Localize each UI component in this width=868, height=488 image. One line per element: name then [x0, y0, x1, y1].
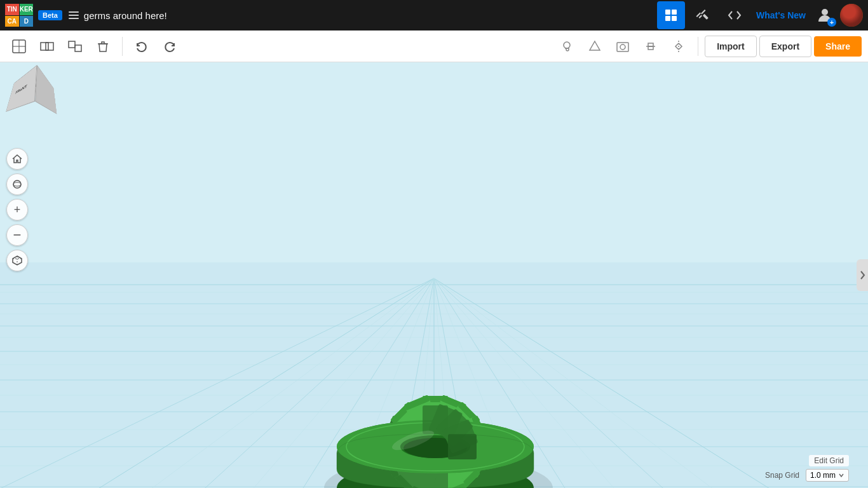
group-icon [40, 39, 54, 53]
fit-view-button[interactable] [6, 250, 28, 271]
svg-rect-104 [448, 434, 477, 459]
share-button[interactable]: Share [814, 36, 862, 57]
logo-ker: KER [20, 4, 34, 15]
viewport[interactable]: TOP FRoNT + [0, 62, 868, 488]
align-icon [644, 39, 658, 53]
main-area: TOP FRoNT + [0, 62, 868, 488]
svg-rect-12 [41, 43, 48, 50]
svg-rect-7 [703, 14, 709, 20]
right-panel-toggle[interactable] [857, 259, 868, 291]
group-button[interactable] [34, 34, 60, 59]
toolbar: Import Export Share [0, 30, 868, 62]
design-view-button[interactable] [657, 1, 685, 29]
cube-icon [11, 255, 23, 266]
svg-rect-1 [69, 15, 79, 16]
visibility-button[interactable] [554, 34, 580, 59]
logo-tin: TIN [5, 4, 19, 15]
redo-button[interactable] [157, 34, 182, 59]
add-plus-icon: + [827, 18, 836, 27]
toolbar-right-controls: Import Export Share [554, 34, 862, 59]
ungroup-icon [68, 39, 82, 53]
tinkercad-logo[interactable]: TIN KER CA D [5, 4, 33, 27]
plus-icon: + [14, 204, 21, 215]
beta-badge: Beta [38, 10, 62, 20]
undo-icon [135, 39, 149, 53]
logo-ca: CA [5, 16, 19, 27]
svg-rect-4 [672, 10, 677, 15]
orientation-cube[interactable]: TOP FRoNT [6, 69, 76, 142]
view-button[interactable] [610, 34, 635, 59]
user-avatar-button[interactable] [840, 4, 863, 27]
svg-rect-25 [0, 62, 868, 275]
svg-point-19 [620, 44, 625, 50]
mirror-icon [672, 39, 686, 53]
delete-button[interactable] [90, 34, 116, 59]
svg-rect-5 [665, 16, 670, 21]
toolbar-separator-1 [122, 37, 123, 56]
svg-rect-18 [617, 43, 628, 51]
svg-point-106 [13, 180, 21, 188]
edit-grid-button[interactable]: Edit Grid [809, 455, 849, 466]
toolbar-separator-2 [698, 37, 698, 56]
import-button[interactable]: Import [705, 36, 757, 57]
svg-point-17 [564, 42, 570, 48]
top-navigation: TIN KER CA D Beta germs around here! [0, 0, 868, 30]
mirror-button[interactable] [666, 34, 691, 59]
top-right-controls: What's New + [657, 1, 863, 29]
svg-point-107 [13, 182, 21, 186]
code-icon [727, 8, 742, 23]
home-icon [11, 153, 23, 165]
menu-icon [67, 9, 80, 22]
svg-rect-0 [69, 11, 79, 13]
shape-button[interactable] [582, 34, 607, 59]
avatar-image [840, 4, 863, 27]
build-view-button[interactable] [689, 1, 717, 29]
lightbulb-icon [560, 39, 574, 53]
home-view-button[interactable] [6, 148, 28, 170]
snap-grid-label: Snap Grid [760, 470, 802, 481]
trash-icon [96, 39, 110, 53]
project-name: germs around here! [84, 10, 167, 21]
svg-rect-13 [46, 43, 53, 50]
menu-icon-button[interactable] [67, 9, 80, 22]
svg-rect-3 [665, 10, 670, 15]
svg-rect-6 [672, 16, 677, 21]
svg-rect-14 [69, 41, 75, 48]
shape-icon [588, 39, 602, 53]
snap-grid-dropdown[interactable]: 1.0 mm [806, 469, 849, 482]
svg-rect-2 [69, 18, 79, 19]
orbit-view-button[interactable] [6, 173, 28, 195]
chevron-right-icon [859, 270, 865, 280]
cube-front-face: FRoNT [6, 65, 37, 112]
snap-value: 1.0 mm [810, 471, 836, 480]
svg-rect-22 [648, 46, 653, 50]
view-controls: + − [6, 148, 28, 271]
zoom-out-button[interactable]: − [6, 224, 28, 246]
orbit-icon [11, 179, 23, 190]
workplane-button[interactable] [6, 34, 32, 59]
chevron-down-icon [838, 472, 844, 478]
code-view-button[interactable] [721, 1, 749, 29]
minus-icon: − [13, 229, 22, 241]
svg-rect-15 [75, 45, 81, 51]
add-user-button[interactable]: + [813, 4, 836, 27]
whats-new-button[interactable]: What's New [752, 10, 810, 20]
zoom-in-button[interactable]: + [6, 199, 28, 220]
redo-icon [163, 39, 177, 53]
snap-grid-row: Snap Grid 1.0 mm [760, 469, 849, 482]
align-button[interactable] [638, 34, 663, 59]
project-title-area: germs around here! [67, 9, 652, 22]
logo-d: D [20, 16, 34, 27]
export-button[interactable]: Export [759, 36, 811, 57]
ungroup-button[interactable] [62, 34, 88, 59]
view-icon [616, 39, 630, 53]
cube-right-face [35, 65, 57, 114]
svg-point-8 [822, 9, 828, 15]
hammer-icon [695, 8, 710, 23]
grid-canvas [0, 62, 868, 488]
workplane-icon [12, 39, 26, 53]
grid-view-icon [663, 8, 679, 23]
bottom-right-controls: Edit Grid Snap Grid 1.0 mm [760, 455, 849, 482]
undo-button[interactable] [129, 34, 154, 59]
